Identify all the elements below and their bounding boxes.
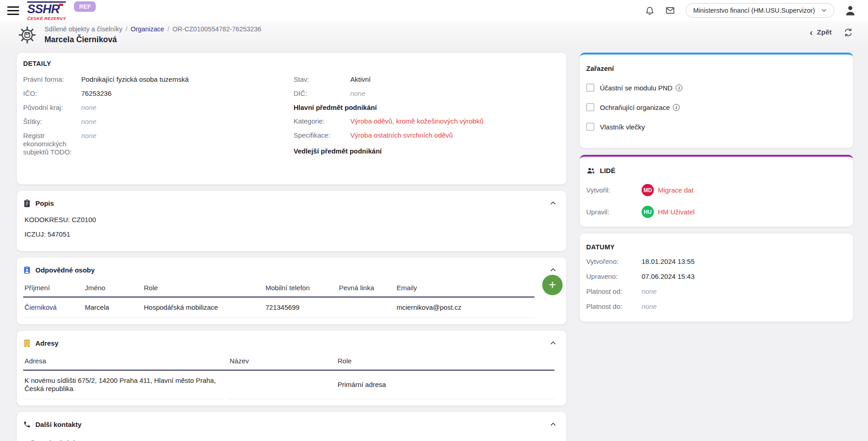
clipboard-icon: [23, 199, 31, 208]
responsible-persons-card: Odpovědné osoby + Příjmení Jméno Role Mo…: [17, 258, 566, 324]
avatar-icon: [844, 5, 856, 16]
field-registr-es: Registr ekonomických subjektů TODO: none: [23, 132, 294, 156]
back-button[interactable]: ‹ Zpět: [807, 27, 834, 37]
date-value: none: [642, 302, 657, 311]
column-header: Příjmení: [23, 281, 83, 297]
chevron-up-icon: [549, 339, 557, 347]
column-header: Role: [142, 281, 264, 297]
addresses-title: Adresy: [35, 339, 59, 347]
person-surname-link[interactable]: Čierniková: [25, 303, 57, 312]
specification-link[interactable]: Výroba ostatních svrchních oděvů: [350, 131, 453, 139]
field-value: none: [81, 118, 96, 126]
date-row-valid-from: Platnost od: none: [586, 287, 845, 296]
chevron-down-icon: [820, 7, 828, 14]
checkbox-row-ochranujici[interactable]: Ochraňující organizace i: [586, 103, 845, 111]
logo[interactable]: SSHR ČESKÉ REZERVY: [27, 0, 66, 21]
field-value: 76253236: [81, 89, 112, 98]
date-row-updated: Upraveno: 07.06.2024 15:43: [586, 273, 845, 281]
column-header: Název: [228, 354, 336, 371]
context-selector[interactable]: Ministerstvo financí (HM.USU.Supervizor): [686, 3, 834, 18]
checkbox-row-pnd[interactable]: Účastní se modulu PND i: [586, 84, 845, 92]
context-selector-value: Ministerstvo financí (HM.USU.Supervizor): [693, 7, 815, 14]
updated-by-link[interactable]: HM Uživatel: [658, 208, 695, 216]
checkbox-row-vlecka[interactable]: Vlastník vlečky: [586, 123, 845, 131]
category-link[interactable]: Výroba oděvů, kromě kožešinových výrobků: [350, 117, 483, 125]
table-row-cell-emails: mciernikova@post.cz: [395, 297, 535, 318]
info-icon[interactable]: i: [673, 104, 680, 111]
field-kategorie: Kategorie: Výroba oděvů, kromě kožešinov…: [294, 117, 558, 125]
table-row-cell-role: Hospodářská mobilizace: [142, 297, 264, 318]
info-icon[interactable]: i: [676, 84, 682, 91]
table-row-cell-surname: Čierniková: [23, 297, 83, 318]
refresh-button[interactable]: [843, 28, 853, 37]
people-card: LIDÉ Vytvořil: MD Migrace dat Upravil: H…: [580, 155, 853, 227]
user-avatar-button[interactable]: [844, 5, 856, 16]
checkbox-label: Ochraňující organizace: [600, 104, 670, 111]
persons-table: Příjmení Jméno Role Mobilní telefon Pevn…: [23, 281, 535, 318]
column-header: Adresa: [23, 354, 228, 371]
responsible-persons-title: Odpovědné osoby: [35, 266, 95, 274]
contacts-title: Další kontakty: [35, 421, 82, 428]
column-header: Emaily: [395, 281, 535, 297]
column-header: Mobilní telefon: [264, 281, 338, 297]
breadcrumb-root[interactable]: Sdílené objekty a číselníky: [44, 25, 123, 33]
breadcrumb-separator: /: [126, 25, 128, 33]
breadcrumb-organizace-link[interactable]: Organizace: [131, 25, 164, 33]
description-line: KODOKRESU: CZ0100: [25, 216, 558, 224]
table-row-cell-name: Marcela: [83, 297, 142, 318]
envelope-icon: [665, 5, 676, 15]
field-label: Registr ekonomických subjektů TODO:: [23, 132, 81, 156]
dates-title: DATUMY: [586, 243, 845, 251]
checkbox-unchecked[interactable]: [586, 84, 594, 92]
field-value: none: [81, 104, 96, 112]
page: Sdílené objekty a číselníky / Organizace…: [0, 21, 868, 441]
collapse-contacts-button[interactable]: [548, 419, 558, 429]
column-header: Jméno: [83, 281, 142, 297]
page-head: Sdílené objekty a číselníky / Organizace…: [17, 24, 853, 45]
date-label: Platnost od:: [586, 287, 642, 296]
field-value: Aktivní: [350, 75, 371, 84]
column-header: Pevná linka: [338, 281, 395, 297]
date-label: Vytvořeno:: [586, 258, 642, 266]
field-label: Původní kraj:: [23, 104, 81, 112]
phone-icon: [23, 421, 31, 428]
refresh-icon: [843, 28, 853, 37]
plus-icon: +: [549, 278, 556, 291]
people-row-label: Upravil:: [586, 208, 642, 216]
checkbox-unchecked[interactable]: [586, 123, 594, 131]
date-row-created: Vytvořeno: 18.01.2024 13:55: [586, 258, 845, 266]
secondary-business-heading: Vedlejší předmět podnikání: [294, 147, 558, 155]
logo-red-dash: [59, 4, 63, 6]
classification-title: Zařazení: [586, 64, 845, 72]
collapse-addresses-button[interactable]: [548, 338, 558, 348]
addresses-card: Adresy Adresa Název Role K novému sídliš…: [17, 331, 566, 406]
chevron-up-icon: [549, 266, 557, 274]
bell-icon: [645, 5, 655, 15]
field-puvodni-kraj: Původní kraj: none: [23, 104, 294, 112]
add-person-button[interactable]: +: [542, 275, 563, 295]
field-stav: Stav: Aktivní: [294, 75, 558, 84]
checkbox-unchecked[interactable]: [586, 103, 594, 111]
field-stitky: Štítky: none: [23, 118, 294, 126]
collapse-description-button[interactable]: [548, 198, 558, 208]
people-title: LIDÉ: [600, 167, 615, 174]
field-label: Stav:: [294, 75, 350, 84]
user-initials-avatar: MD: [642, 184, 654, 196]
field-label: Kategorie:: [294, 117, 350, 125]
checkbox-label: Vlastník vlečky: [600, 123, 645, 131]
collapse-persons-button[interactable]: [548, 265, 558, 275]
addresses-table: Adresa Název Role K novému sídlišti 675/…: [23, 354, 554, 399]
notifications-button[interactable]: [645, 5, 655, 15]
menu-icon[interactable]: [7, 6, 19, 15]
date-value: 07.06.2024 15:43: [642, 273, 695, 281]
messages-button[interactable]: [665, 5, 676, 15]
table-row-cell-role: Primární adresa: [336, 371, 554, 399]
table-row-cell-landline: [338, 297, 395, 318]
field-label: Specifikace:: [294, 131, 350, 139]
checkbox-label: Účastní se modulu PND: [600, 84, 672, 92]
details-card: DETAILY Právní forma: Podnikající fyzick…: [17, 53, 566, 184]
field-dic: DIČ: none: [294, 89, 558, 98]
logo-subtext: ČESKÉ REZERVY: [27, 16, 66, 21]
created-by-link[interactable]: Migrace dat: [658, 186, 693, 194]
id-badge-icon: [23, 266, 31, 274]
